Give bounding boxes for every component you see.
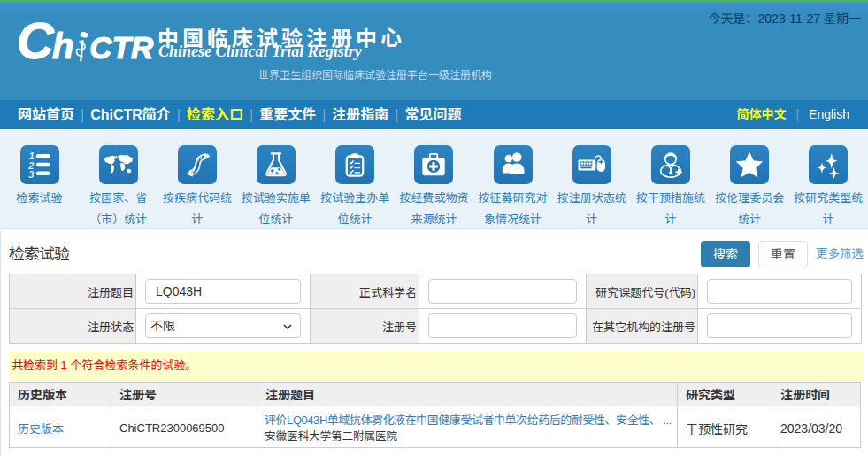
svg-text:3: 3 bbox=[28, 169, 34, 178]
